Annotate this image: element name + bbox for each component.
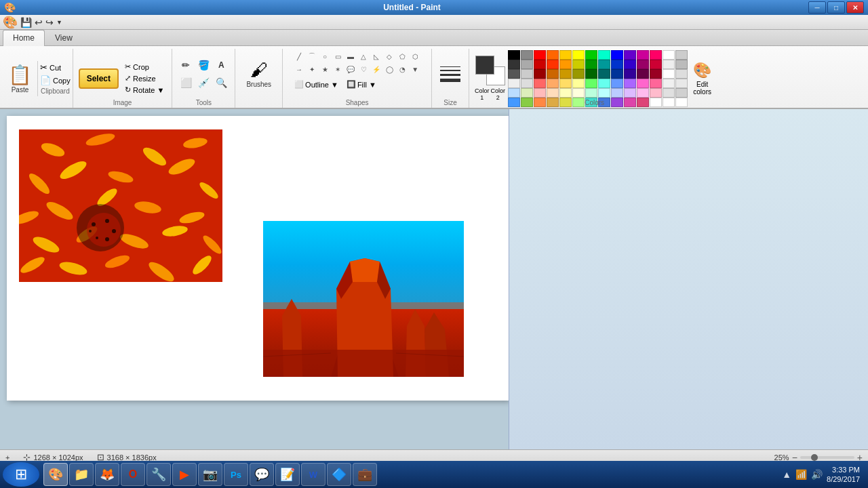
minimize-button[interactable]: ─ bbox=[808, 1, 826, 14]
start-button[interactable]: ⊞ bbox=[3, 462, 39, 487]
color-cell-19[interactable] bbox=[572, 60, 585, 69]
color-cell-20[interactable] bbox=[585, 60, 597, 69]
color-cell-30[interactable] bbox=[534, 69, 546, 79]
color-cell-13[interactable] bbox=[675, 50, 688, 60]
shape-tri[interactable]: △ bbox=[357, 50, 370, 62]
color-cell-26[interactable] bbox=[663, 60, 675, 69]
color-preview[interactable] bbox=[475, 56, 505, 85]
shape-rect[interactable]: ▭ bbox=[332, 50, 344, 62]
size-line-2[interactable] bbox=[440, 70, 460, 71]
color-cell-14[interactable] bbox=[508, 60, 520, 69]
color-cell-21[interactable] bbox=[598, 60, 610, 69]
color-cell-42[interactable] bbox=[508, 79, 520, 88]
shape-arrow-r[interactable]: → bbox=[293, 63, 305, 75]
color-cell-3[interactable] bbox=[547, 50, 559, 60]
outline-button[interactable]: ⬜ Outline ▼ bbox=[293, 79, 340, 89]
shape-star6[interactable]: ✶ bbox=[332, 63, 344, 75]
color-cell-64[interactable] bbox=[611, 88, 623, 98]
color-cell-56[interactable] bbox=[508, 88, 520, 98]
color-cell-1[interactable] bbox=[521, 50, 533, 60]
color-cell-38[interactable] bbox=[637, 69, 649, 79]
taskbar-app-flash[interactable]: ▶ bbox=[172, 463, 197, 486]
color-cell-16[interactable] bbox=[534, 60, 546, 69]
color-cell-34[interactable] bbox=[585, 69, 597, 79]
taskbar-app-unknown1[interactable]: 🔧 bbox=[146, 463, 171, 486]
color-cell-7[interactable] bbox=[598, 50, 610, 60]
shape-star4[interactable]: ✦ bbox=[306, 63, 318, 75]
color-cell-8[interactable] bbox=[611, 50, 623, 60]
taskbar-app-camera[interactable]: 📷 bbox=[198, 463, 222, 486]
shape-right-tri[interactable]: ◺ bbox=[370, 50, 382, 62]
shape-diamond[interactable]: ◇ bbox=[383, 50, 395, 62]
color-cell-5[interactable] bbox=[572, 50, 585, 60]
color-cell-65[interactable] bbox=[624, 88, 636, 98]
color-cell-68[interactable] bbox=[663, 88, 675, 98]
color-cell-27[interactable] bbox=[675, 60, 688, 69]
color-cell-43[interactable] bbox=[521, 79, 533, 88]
color-picker-tool[interactable]: 💉 bbox=[195, 75, 212, 91]
size-line-3[interactable] bbox=[440, 74, 460, 76]
color-cell-39[interactable] bbox=[650, 69, 662, 79]
paste-button[interactable]: 📋 Paste bbox=[3, 61, 38, 96]
fill-button[interactable]: 🔲 Fill ▼ bbox=[345, 79, 378, 89]
color1-box[interactable] bbox=[475, 56, 494, 75]
shape-pent[interactable]: ⬠ bbox=[396, 50, 408, 62]
color-cell-44[interactable] bbox=[534, 79, 546, 88]
color-cell-2[interactable] bbox=[534, 50, 546, 60]
color-cell-0[interactable] bbox=[508, 50, 520, 60]
color-cell-32[interactable] bbox=[559, 69, 572, 79]
taskbar-app-chat[interactable]: 💬 bbox=[250, 463, 274, 486]
color-cell-10[interactable] bbox=[637, 50, 649, 60]
shape-drop[interactable]: ◔ bbox=[396, 63, 408, 75]
color-cell-12[interactable] bbox=[663, 50, 675, 60]
shape-hex[interactable]: ⬡ bbox=[409, 50, 421, 62]
color-cell-49[interactable] bbox=[598, 79, 610, 88]
color-cell-54[interactable] bbox=[663, 79, 675, 88]
undo-icon[interactable]: ↩ bbox=[35, 17, 43, 28]
shape-star5[interactable]: ★ bbox=[319, 63, 331, 75]
shapes-more[interactable]: ▼ bbox=[409, 63, 421, 75]
color-cell-66[interactable] bbox=[637, 88, 649, 98]
color-cell-60[interactable] bbox=[559, 88, 572, 98]
fill-tool[interactable]: 🪣 bbox=[195, 57, 212, 73]
taskbar-app-explorer[interactable]: 📁 bbox=[69, 463, 94, 486]
taskbar-app-photoshop[interactable]: Ps bbox=[224, 463, 248, 486]
select-button[interactable]: Select bbox=[79, 68, 119, 89]
color-cell-25[interactable] bbox=[650, 60, 662, 69]
wifi-icon[interactable]: 📶 bbox=[795, 469, 807, 480]
save-icon[interactable]: 💾 bbox=[20, 17, 32, 28]
shape-rect2[interactable]: ▬ bbox=[344, 50, 357, 62]
color-cell-50[interactable] bbox=[611, 79, 623, 88]
copy-button[interactable]: 📄 Copy bbox=[38, 75, 73, 86]
color-cell-33[interactable] bbox=[572, 69, 585, 79]
color-cell-53[interactable] bbox=[650, 79, 662, 88]
color-cell-22[interactable] bbox=[611, 60, 623, 69]
color-cell-55[interactable] bbox=[675, 79, 688, 88]
taskbar-app-unknown2[interactable]: 🔷 bbox=[327, 463, 351, 486]
color-cell-47[interactable] bbox=[572, 79, 585, 88]
shape-curve[interactable]: ⌒ bbox=[306, 50, 318, 62]
color-cell-36[interactable] bbox=[611, 69, 623, 79]
color-cell-6[interactable] bbox=[585, 50, 597, 60]
color-cell-18[interactable] bbox=[559, 60, 572, 69]
color-cell-37[interactable] bbox=[624, 69, 636, 79]
rotate-button[interactable]: ↻ Rotate ▼ bbox=[123, 85, 166, 95]
zoom-tool[interactable]: 🔍 bbox=[213, 75, 229, 91]
color-cell-11[interactable] bbox=[650, 50, 662, 60]
color-cell-48[interactable] bbox=[585, 79, 597, 88]
volume-icon[interactable]: 🔊 bbox=[811, 469, 823, 480]
color-cell-28[interactable] bbox=[508, 69, 520, 79]
color-cell-67[interactable] bbox=[650, 88, 662, 98]
shape-lightning[interactable]: ⚡ bbox=[370, 63, 382, 75]
color-cell-23[interactable] bbox=[624, 60, 636, 69]
color-cell-57[interactable] bbox=[521, 88, 533, 98]
color-cell-9[interactable] bbox=[624, 50, 636, 60]
taskbar-app-unknown3[interactable]: 💼 bbox=[353, 463, 377, 486]
color-cell-24[interactable] bbox=[637, 60, 649, 69]
shape-line[interactable]: ╱ bbox=[293, 50, 305, 62]
eraser-tool[interactable]: ⬜ bbox=[178, 75, 194, 91]
color-cell-17[interactable] bbox=[547, 60, 559, 69]
taskbar-app-firefox[interactable]: 🦊 bbox=[95, 463, 119, 486]
red-abstract-image[interactable] bbox=[19, 129, 222, 282]
color-cell-51[interactable] bbox=[624, 79, 636, 88]
